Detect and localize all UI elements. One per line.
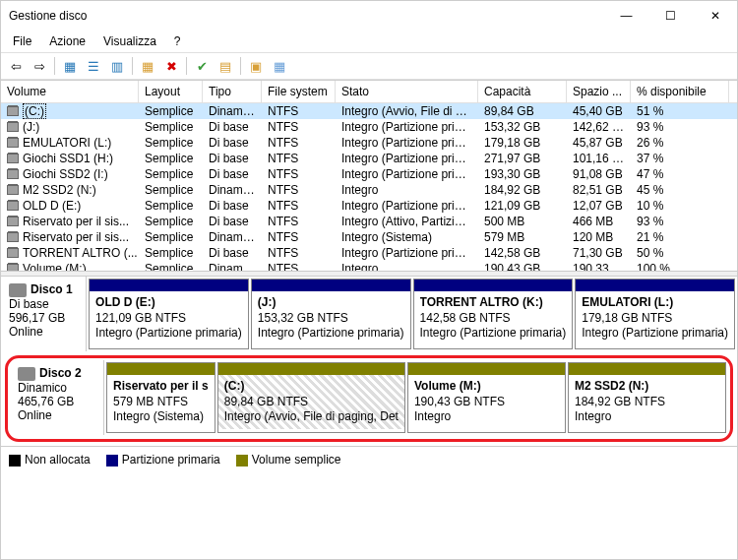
disk-name: Disco 2 xyxy=(39,366,82,380)
view2-icon[interactable]: ▦ xyxy=(269,55,290,77)
cell-layout: Semplice xyxy=(139,199,203,213)
partition-size: 179,18 GB NTFS xyxy=(582,311,728,327)
table-row[interactable]: Riservato per il sis...SempliceDinamicoN… xyxy=(1,229,737,245)
table-row[interactable]: TORRENT ALTRO (...SempliceDi baseNTFSInt… xyxy=(1,245,737,261)
disk-status: Online xyxy=(18,408,95,422)
cell-status: Integro (Partizione primaria) xyxy=(336,199,478,213)
col-status[interactable]: Stato xyxy=(336,81,478,102)
partition[interactable]: Riservato per il s579 MB NTFSIntegro (Si… xyxy=(106,362,215,433)
cell-status: Integro (Attivo, Partizione p... xyxy=(336,215,478,228)
partition-bar xyxy=(408,363,565,375)
refresh-icon[interactable]: ✔ xyxy=(191,55,213,77)
help-icon[interactable]: ▥ xyxy=(106,55,128,77)
col-capacity[interactable]: Capacità xyxy=(478,81,567,102)
view1-icon[interactable]: ▣ xyxy=(245,55,267,77)
cell-type: Di base xyxy=(203,246,262,260)
disk-info[interactable]: Disco 2Dinamico465,76 GBOnline xyxy=(10,360,104,435)
disk-type: Dinamico xyxy=(18,381,95,395)
partition[interactable]: (C:)89,84 GB NTFSIntegro (Avvio, File di… xyxy=(217,362,405,433)
table-row[interactable]: (C:)SempliceDinamicoNTFSIntegro (Avvio, … xyxy=(1,103,737,119)
table-row[interactable]: OLD D (E:)SempliceDi baseNTFSIntegro (Pa… xyxy=(1,198,737,214)
cell-pct: 47 % xyxy=(631,167,729,181)
volume-name: (C:) xyxy=(23,103,46,119)
volume-icon xyxy=(7,201,19,211)
cell-capacity: 184,92 GB xyxy=(478,183,567,197)
cell-pct: 45 % xyxy=(631,183,729,197)
cell-type: Di base xyxy=(203,215,262,228)
menu-help[interactable]: ? xyxy=(166,32,189,50)
cell-capacity: 153,32 GB xyxy=(478,120,567,134)
cell-type: Dinamico xyxy=(203,183,262,197)
cell-free: 82,51 GB xyxy=(567,183,631,197)
separator xyxy=(132,57,133,75)
col-type[interactable]: Tipo xyxy=(203,81,262,102)
table-header: Volume Layout Tipo File system Stato Cap… xyxy=(1,81,737,103)
cell-layout: Semplice xyxy=(139,120,203,134)
close-button[interactable]: ✕ xyxy=(693,1,737,31)
cell-status: Integro (Partizione primaria) xyxy=(336,136,478,150)
cell-free: 190,33 GB xyxy=(567,262,631,271)
volume-icon xyxy=(7,169,19,179)
menu-file[interactable]: File xyxy=(5,32,39,50)
volume-icon xyxy=(7,154,19,163)
col-free[interactable]: Spazio ... xyxy=(567,81,631,102)
separator xyxy=(54,57,55,75)
disk-type: Di base xyxy=(9,297,78,311)
partition[interactable]: (J:)153,32 GB NTFSIntegro (Partizione pr… xyxy=(251,279,411,349)
window-controls: — ☐ ✕ xyxy=(604,1,737,31)
table-row[interactable]: Volume (M:)SempliceDinamicoNTFSIntegro19… xyxy=(1,261,737,271)
menu-action[interactable]: Azione xyxy=(41,32,93,50)
partition[interactable]: TORRENT ALTRO (K:)142,58 GB NTFSIntegro … xyxy=(413,279,574,349)
col-layout[interactable]: Layout xyxy=(139,81,203,102)
cell-free: 71,30 GB xyxy=(567,246,631,260)
cell-type: Di base xyxy=(203,152,262,165)
table-row[interactable]: M2 SSD2 (N:)SempliceDinamicoNTFSIntegro1… xyxy=(1,182,737,198)
cell-fs: NTFS xyxy=(262,262,336,271)
table-row[interactable]: Giochi SSD2 (I:)SempliceDi baseNTFSInteg… xyxy=(1,166,737,182)
table-row[interactable]: Riservato per il sis...SempliceDi baseNT… xyxy=(1,214,737,229)
titlebar: Gestione disco — ☐ ✕ xyxy=(1,1,737,31)
partition-bar xyxy=(252,280,410,291)
back-icon[interactable]: ⇦ xyxy=(5,55,27,77)
disk-info[interactable]: Disco 1Di base596,17 GBOnline xyxy=(1,277,87,351)
forward-icon[interactable]: ⇨ xyxy=(29,55,50,77)
volume-name: Riservato per il sis... xyxy=(23,230,129,244)
table-row[interactable]: Giochi SSD1 (H:)SempliceDi baseNTFSInteg… xyxy=(1,151,737,166)
table-row[interactable]: (J:)SempliceDi baseNTFSIntegro (Partizio… xyxy=(1,119,737,135)
maximize-button[interactable]: ☐ xyxy=(648,1,693,31)
cell-status: Integro (Partizione primaria) xyxy=(336,167,478,181)
cell-layout: Semplice xyxy=(139,167,203,181)
minimize-button[interactable]: — xyxy=(604,1,648,31)
properties-icon[interactable]: ☰ xyxy=(83,55,104,77)
partition[interactable]: Volume (M:)190,43 GB NTFSIntegro xyxy=(407,362,566,433)
swatch-blue xyxy=(106,455,118,467)
partition-state: Integro (Partizione primaria) xyxy=(95,326,242,342)
partition[interactable]: OLD D (E:)121,09 GB NTFSIntegro (Partizi… xyxy=(89,279,249,349)
delete-icon[interactable]: ✖ xyxy=(160,55,182,77)
partition-title: Volume (M:) xyxy=(414,379,559,395)
show-hide-icon[interactable]: ▦ xyxy=(59,55,81,77)
cell-fs: NTFS xyxy=(262,104,336,118)
list-view-icon[interactable]: ▤ xyxy=(215,55,236,77)
col-filesystem[interactable]: File system xyxy=(262,81,336,102)
partition[interactable]: EMULATORI (L:)179,18 GB NTFSIntegro (Par… xyxy=(575,279,735,349)
cell-fs: NTFS xyxy=(262,199,336,213)
partition[interactable]: M2 SSD2 (N:)184,92 GB NTFSIntegro xyxy=(568,362,726,433)
volume-table: Volume Layout Tipo File system Stato Cap… xyxy=(1,80,737,271)
table-row[interactable]: EMULATORI (L:)SempliceDi baseNTFSIntegro… xyxy=(1,135,737,151)
cell-capacity: 190,43 GB xyxy=(478,262,567,271)
col-volume[interactable]: Volume xyxy=(1,81,139,102)
legend-unallocated: Non allocata xyxy=(9,453,91,467)
action-icon[interactable]: ▦ xyxy=(137,55,158,77)
cell-fs: NTFS xyxy=(262,215,336,228)
partition-state: Integro (Sistema) xyxy=(113,409,209,425)
partition-state: Integro xyxy=(575,409,719,425)
cell-pct: 37 % xyxy=(631,152,729,165)
cell-free: 45,87 GB xyxy=(567,136,631,150)
cell-capacity: 121,09 GB xyxy=(478,199,567,213)
col-pct[interactable]: % disponibile xyxy=(631,81,729,102)
cell-layout: Semplice xyxy=(139,215,203,228)
volume-name: TORRENT ALTRO (... xyxy=(23,246,138,260)
separator xyxy=(240,57,241,75)
menu-view[interactable]: Visualizza xyxy=(95,32,164,50)
